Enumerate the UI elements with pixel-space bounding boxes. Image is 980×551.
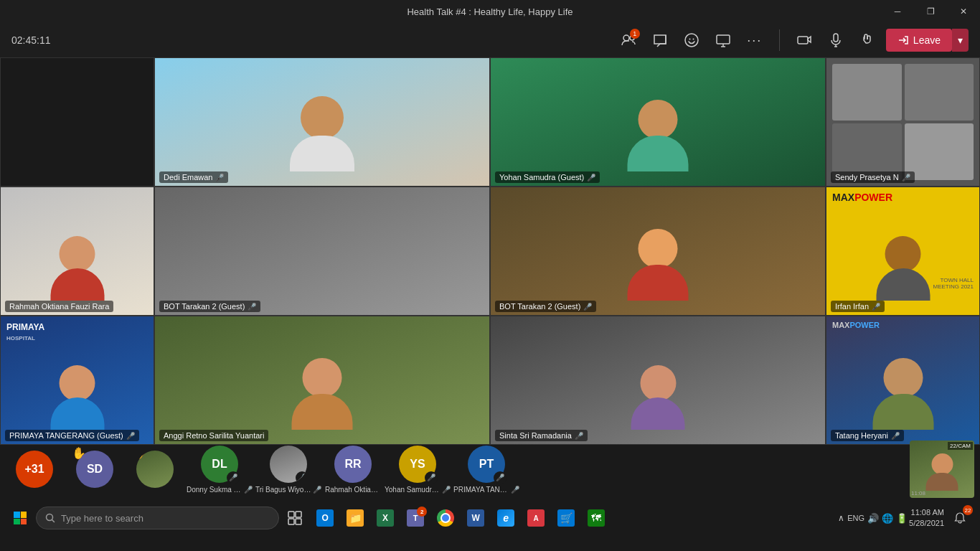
notification-button[interactable]: 22 [946, 504, 974, 532]
video-tile-rahmah[interactable]: Rahmah Oktiana Fauzi Rara [0, 187, 154, 316]
mic-icon: 🎤 [248, 303, 256, 311]
participant-label-sendy: Sendy Prasetya N 🎤 [831, 171, 915, 183]
store-icon: 🛒 [557, 509, 575, 527]
video-tile-tarakan[interactable]: BOT Tarakan 2 (Guest) 🎤 [490, 187, 826, 316]
volume-icon[interactable]: 🔊 [867, 513, 879, 524]
raised-hand-icon: ✋ [136, 451, 146, 460]
participant-tb[interactable]: 🎤 Tri Bagus Wiyono 🎤 [255, 446, 321, 494]
chat-button[interactable] [647, 27, 673, 53]
camera-button[interactable] [791, 27, 817, 53]
network-icon[interactable]: 🌐 [882, 513, 893, 524]
mic-indicator: 🎤 [442, 486, 451, 494]
participant-name-pt: PRIMAYA TANGERAN... [453, 486, 509, 494]
minimize-button[interactable]: ─ [881, 0, 914, 23]
participant-pt[interactable]: PT 🎤 PRIMAYA TANGERAN... 🎤 [453, 446, 519, 494]
taskbar: Type here to search O 📁 X T 2 W e [0, 501, 980, 535]
teams-button[interactable]: T 2 [401, 504, 430, 532]
system-tray-arrow[interactable]: ∧ [838, 513, 844, 523]
maxpower-logo: MAXPOWER [832, 192, 892, 203]
share-screen-button[interactable] [710, 27, 736, 53]
word-button[interactable]: W [461, 504, 490, 532]
participant-ys[interactable]: YS 🎤 Yohan Samudra (Guest) 🎤 [385, 446, 451, 494]
acrobat-button[interactable]: A [522, 504, 550, 532]
participant-name-dl: Donny Sukma Zuhdy ... [187, 486, 242, 494]
close-button[interactable]: ✕ [947, 0, 980, 23]
mic-icon: 🎤 [587, 174, 595, 182]
video-tile-anggi[interactable]: Anggi Retno Sarilita Yuantari [154, 316, 490, 445]
mic-indicator: 🎤 [244, 486, 253, 494]
search-placeholder: Type here to search [61, 513, 143, 524]
svg-point-4 [692, 39, 694, 40]
file-explorer-button[interactable]: 📁 [341, 504, 369, 532]
raise-hand-button[interactable] [854, 27, 880, 53]
svg-point-2 [685, 34, 698, 47]
taskbar-search[interactable]: Type here to search [36, 507, 279, 529]
video-tile-sendy[interactable]: Sendy Prasetya N 🎤 [826, 57, 980, 187]
teams-badge: 2 [417, 507, 427, 517]
title-bar: Health Talk #4 : Healthy Life, Happy Lif… [0, 0, 980, 23]
town-hall-text: TOWN HALLMEETING 2021 [933, 277, 974, 290]
participants-badge: 1 [630, 29, 640, 39]
svg-point-0 [623, 35, 629, 41]
participant-avatar-rr: RR [334, 446, 372, 483]
participant-avatar-tb: 🎤 [270, 446, 307, 483]
maps-icon: 🗺 [588, 509, 605, 527]
notification-badge: 22 [963, 505, 973, 515]
leave-button[interactable]: Leave [886, 29, 952, 52]
participant-avatar-pt: PT 🎤 [468, 446, 505, 483]
self-preview-time: 11:08 [911, 490, 925, 496]
participants-button[interactable]: 1 [616, 27, 641, 53]
window-controls: ─ ❐ ✕ [881, 0, 980, 23]
video-tile-dedi[interactable]: Dedi Emawan 🎤 [154, 57, 490, 187]
participant-label-anggi: Anggi Retno Sarilita Yuantari [159, 430, 268, 441]
participant-name-ys: Yohan Samudra (Guest) [385, 486, 440, 494]
participant-name-tb: Tri Bagus Wiyono [255, 486, 311, 494]
leave-dropdown-button[interactable]: ▾ [952, 29, 969, 52]
file-explorer-icon: 📁 [347, 509, 364, 527]
system-clock[interactable]: 11:08 AM 5/28/2021 [909, 507, 944, 529]
svg-rect-8 [14, 512, 20, 518]
chrome-button[interactable] [431, 504, 460, 532]
participant-photo1[interactable]: ✋ [126, 451, 184, 488]
start-button[interactable] [6, 504, 34, 532]
edge-button[interactable]: e [491, 504, 520, 532]
raised-hand-icon: ✋ [72, 446, 86, 460]
svg-rect-7 [834, 34, 838, 42]
more-options-button[interactable]: ··· [742, 27, 768, 53]
overflow-count: +31 [16, 451, 53, 488]
participant-sd[interactable]: SD ✋ [66, 451, 123, 488]
svg-point-3 [689, 39, 690, 40]
task-view-button[interactable] [281, 504, 309, 532]
toolbar: 02:45:11 1 ··· [0, 23, 980, 57]
outlook-button[interactable]: O [311, 504, 339, 532]
mic-icon: 🎤 [215, 174, 224, 182]
svg-rect-6 [798, 37, 808, 44]
video-tile-bot[interactable]: BOT Tarakan 2 (Guest) 🎤 [154, 187, 490, 316]
maps-button[interactable]: 🗺 [582, 504, 611, 532]
participant-avatar-dl: DL 🎤 [201, 446, 238, 483]
participant-overflow[interactable]: +31 [6, 451, 63, 488]
mic-off-icon: 🎤 [227, 471, 240, 484]
video-tile-yohan[interactable]: Yohan Samudra (Guest) 🎤 [490, 57, 826, 187]
video-tile-irfan[interactable]: MAXPOWER TOWN HALLMEETING 2021 Irfan Irf… [826, 187, 980, 316]
call-timer: 02:45:11 [11, 34, 62, 46]
reactions-button[interactable] [679, 27, 705, 53]
mic-icon: 🎤 [575, 432, 583, 440]
excel-button[interactable]: X [371, 504, 400, 532]
restore-button[interactable]: ❐ [914, 0, 947, 23]
store-button[interactable]: 🛒 [552, 504, 580, 532]
participant-label-primaya: PRIMAYA TANGERANG (Guest) 🎤 [5, 430, 139, 441]
chrome-icon [437, 509, 454, 527]
outlook-icon: O [316, 509, 334, 527]
excel-icon: X [377, 509, 394, 527]
video-tile-tatang[interactable]: MAXPOWER Tatang Heryani 🎤 [826, 316, 980, 445]
participant-dl[interactable]: DL 🎤 Donny Sukma Zuhdy ... 🎤 [187, 446, 253, 494]
teams-icon: T 2 [407, 509, 424, 527]
participant-rr[interactable]: RR Rahmah Oktiana Fauzi Rar... [324, 446, 382, 494]
video-tile-blank [0, 57, 154, 187]
mic-button[interactable] [823, 27, 849, 53]
video-tile-primaya[interactable]: PRIMAYAHOSPITAL PRIMAYA TANGERANG (Guest… [0, 316, 154, 445]
mic-indicator: 🎤 [511, 486, 519, 494]
video-tile-sinta[interactable]: Sinta Sri Ramadania 🎤 [490, 316, 826, 445]
mic-off-icon: 🎤 [425, 471, 438, 484]
